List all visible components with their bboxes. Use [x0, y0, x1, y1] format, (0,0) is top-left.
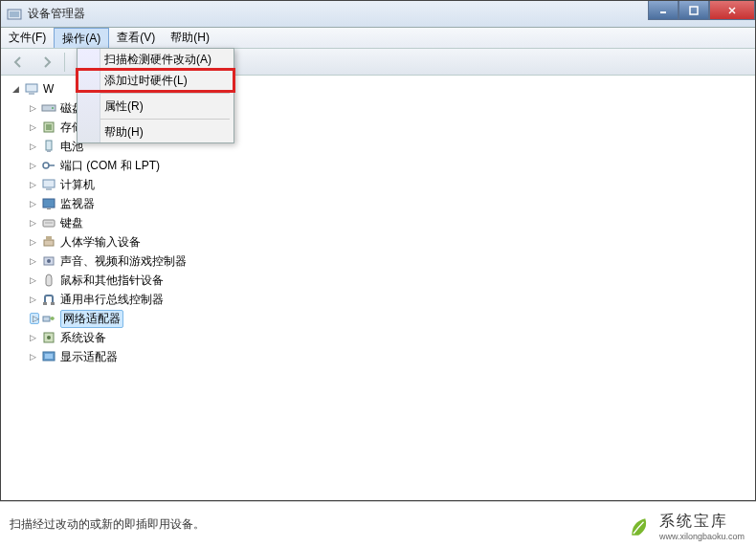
device-icon [41, 215, 56, 230]
status-text: 扫描经过改动的或新的即插即用设备。 [10, 516, 205, 533]
computer-icon [24, 81, 39, 97]
titlebar: 设备管理器 [1, 1, 755, 28]
menuitem-help[interactable]: 帮助(H) [78, 121, 233, 142]
device-icon [41, 139, 56, 154]
svg-rect-15 [43, 180, 55, 187]
tree-node-label: 计算机 [60, 177, 95, 193]
device-icon [41, 292, 56, 307]
tree-node[interactable]: ▷监视器 [30, 194, 755, 213]
svg-rect-31 [45, 354, 53, 359]
tree-node-label: 通用串行总线控制器 [60, 292, 164, 308]
tree-node[interactable]: ▷键盘 [30, 213, 755, 232]
tree-node-label: 网络适配器 [60, 310, 123, 328]
menu-file[interactable]: 文件(F) [1, 28, 54, 48]
tree-node[interactable]: ▷端口 (COM 和 LPT) [30, 156, 755, 175]
menubar: 文件(F) 操作(A) 查看(V) 帮助(H) [1, 28, 755, 49]
device-icon [41, 196, 56, 211]
device-icon [41, 273, 56, 288]
svg-rect-13 [47, 150, 51, 152]
device-icon [41, 158, 56, 173]
tree-node[interactable]: ▷鼠标和其他指针设备 [30, 271, 755, 290]
device-icon [41, 177, 56, 192]
statusbar: 扫描经过改动的或新的即插即用设备。 系统宝库 www.xilongbaoku.c… [0, 501, 756, 547]
watermark: 系统宝库 www.xilongbaoku.com [627, 512, 745, 541]
tree-node-label: 鼠标和其他指针设备 [60, 273, 164, 289]
svg-rect-16 [46, 188, 52, 190]
menuitem-properties[interactable]: 属性(R) [78, 96, 233, 117]
svg-rect-6 [26, 84, 37, 92]
menu-action[interactable]: 操作(A) [54, 28, 109, 48]
menu-view[interactable]: 查看(V) [109, 28, 163, 48]
device-icon [41, 234, 56, 250]
svg-rect-26 [51, 302, 55, 305]
close-button[interactable] [709, 1, 755, 20]
svg-rect-1 [10, 11, 19, 17]
action-dropdown: 扫描检测硬件改动(A) 添加过时硬件(L) 属性(R) 帮助(H) [77, 48, 234, 143]
tree-node-label: 监视器 [60, 196, 95, 212]
svg-point-29 [47, 336, 51, 339]
menu-help[interactable]: 帮助(H) [163, 28, 217, 48]
device-icon [41, 311, 56, 326]
minimize-button[interactable] [648, 1, 678, 20]
tree-node-label: 系统设备 [60, 330, 106, 346]
svg-rect-3 [690, 7, 698, 14]
watermark-url: www.xilongbaoku.com [659, 532, 745, 541]
svg-rect-7 [29, 93, 34, 95]
tree-node-label: 声音、视频和游戏控制器 [60, 253, 187, 270]
svg-rect-25 [43, 302, 47, 305]
toolbar-separator [64, 53, 65, 72]
tree-node[interactable]: ▷声音、视频和游戏控制器 [30, 252, 755, 271]
svg-point-9 [52, 107, 54, 109]
device-icon [41, 349, 56, 364]
svg-point-14 [43, 163, 49, 168]
menuitem-scan-hardware[interactable]: 扫描检测硬件改动(A) [78, 49, 233, 70]
tree-node[interactable]: ▷人体学输入设备 [30, 232, 755, 252]
device-icon [41, 253, 56, 269]
device-icon [41, 330, 56, 345]
device-icon [41, 120, 56, 135]
watermark-name: 系统宝库 [659, 512, 745, 532]
tree-node-label: 键盘 [60, 215, 83, 231]
device-icon [41, 100, 56, 116]
menuitem-add-legacy-hardware[interactable]: 添加过时硬件(L) [78, 70, 233, 91]
tree-node[interactable]: ▷计算机 [30, 175, 755, 194]
tree-node[interactable]: ▷网络适配器 [30, 309, 755, 328]
tree-node-label: 人体学输入设备 [60, 234, 141, 251]
svg-rect-21 [44, 240, 54, 246]
svg-rect-17 [43, 199, 55, 208]
svg-rect-18 [47, 208, 51, 209]
tree-node-label: 端口 (COM 和 LPT) [60, 158, 160, 174]
tree-node[interactable]: ▷通用串行总线控制器 [30, 290, 755, 309]
svg-rect-12 [46, 141, 52, 150]
svg-rect-27 [43, 317, 50, 321]
forward-button[interactable] [33, 52, 60, 73]
tree-node[interactable]: ▷系统设备 [30, 328, 755, 347]
maximize-button[interactable] [678, 1, 709, 20]
devmgr-icon [7, 7, 22, 22]
tree-node[interactable]: ▷显示适配器 [30, 347, 755, 366]
svg-rect-11 [46, 124, 52, 130]
window-title: 设备管理器 [28, 6, 85, 22]
tree-root-label: W [43, 82, 54, 96]
menu-separator [81, 93, 230, 94]
tree-node-label: 显示适配器 [60, 349, 118, 365]
leaf-icon [627, 514, 654, 540]
svg-rect-22 [46, 236, 52, 240]
menu-separator [81, 119, 230, 120]
svg-point-24 [47, 259, 51, 263]
back-button[interactable] [5, 52, 32, 73]
